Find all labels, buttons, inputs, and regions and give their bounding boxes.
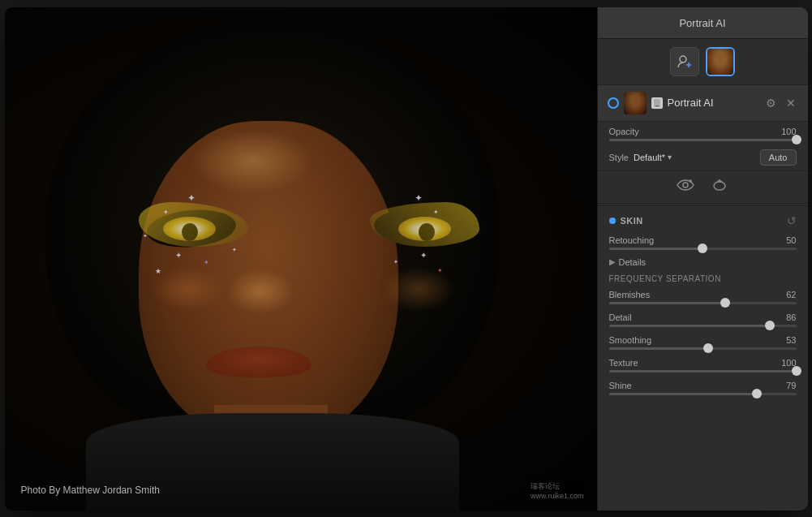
clone-stamp-button[interactable] [711, 178, 728, 196]
layer-gear-button[interactable]: ⚙ [764, 96, 779, 110]
smoothing-value: 53 [786, 335, 796, 345]
detail-row: Detail 86 [598, 308, 808, 330]
photo-credit: Photo By Matthew Jordan Smith [21, 485, 160, 496]
blemishes-row: Blemishes 62 [598, 285, 808, 308]
layer-row: Portrait AI ⚙ ✕ [598, 85, 808, 122]
skin-section-header: Skin ↺ [598, 208, 808, 230]
opacity-label: Opacity [609, 127, 639, 136]
detail-slider[interactable] [609, 325, 797, 327]
svg-point-0 [680, 56, 686, 62]
detail-value: 86 [786, 312, 796, 322]
smoothing-row: Smoothing 53 [598, 330, 808, 353]
shine-row: Shine 79 [598, 376, 808, 399]
icons-row [598, 171, 808, 204]
retouching-slider[interactable] [609, 248, 797, 250]
style-label: Style [609, 153, 629, 162]
style-row: Style Default* ▾ Auto [598, 144, 808, 171]
watermark: 瑞客论坛 www.ruike1.com [526, 479, 589, 502]
details-expand[interactable]: ▶ Details [598, 253, 808, 271]
avatar-thumbnail[interactable] [706, 47, 735, 76]
style-value: Default* [634, 153, 665, 162]
smoothing-label: Smoothing [609, 335, 652, 345]
add-person-button[interactable] [670, 47, 699, 76]
right-panel: Portrait AI [597, 7, 808, 511]
retouching-row: Retouching 50 [598, 230, 808, 253]
layer-type-icon [651, 97, 663, 109]
frequency-separation-label: Frequency Separation [598, 271, 808, 285]
detail-label: Detail [609, 312, 632, 322]
eye-plus-button[interactable] [677, 178, 694, 196]
details-arrow-icon: ▶ [609, 257, 616, 266]
texture-row: Texture 100 [598, 353, 808, 376]
skin-reset-button[interactable]: ↺ [787, 214, 797, 227]
retouching-value: 50 [786, 235, 796, 245]
panel-content[interactable]: Opacity 100 Style Default* ▾ Auto [598, 122, 808, 511]
photo-canvas: ✦ ✦ ✦ ✦ ✦ ★ ✦ ✦ ✦ ✦ ✦ ✦ [5, 7, 597, 511]
blemishes-label: Blemishes [609, 290, 651, 299]
skin-section-dot [609, 218, 616, 224]
texture-slider[interactable] [609, 370, 797, 373]
blemishes-value: 62 [786, 290, 796, 299]
shine-value: 79 [786, 381, 796, 390]
shine-label: Shine [609, 381, 632, 390]
layer-thumbnail [624, 92, 647, 114]
toolbar-row [598, 39, 808, 85]
smoothing-slider[interactable] [609, 347, 797, 350]
layer-close-button[interactable]: ✕ [784, 96, 798, 110]
style-arrow-icon: ▾ [668, 153, 672, 162]
layer-actions: ⚙ ✕ [764, 96, 798, 110]
style-dropdown[interactable]: Default* ▾ [634, 153, 672, 162]
details-label: Details [619, 257, 647, 267]
opacity-row: Opacity 100 [598, 122, 808, 144]
skin-section-label: Skin [621, 216, 643, 226]
auto-button[interactable]: Auto [760, 149, 797, 166]
shine-slider[interactable] [609, 393, 797, 395]
blemishes-slider[interactable] [609, 302, 797, 304]
opacity-slider[interactable] [609, 139, 797, 141]
layer-name: Portrait AI [668, 97, 759, 109]
panel-title: Portrait AI [679, 17, 725, 29]
svg-rect-4 [655, 106, 659, 106]
texture-label: Texture [609, 358, 638, 368]
panel-titlebar: Portrait AI [598, 7, 808, 39]
retouching-label: Retouching [609, 235, 655, 245]
svg-point-5 [683, 183, 688, 187]
svg-point-8 [714, 182, 725, 190]
layer-visibility-toggle[interactable] [608, 97, 619, 109]
